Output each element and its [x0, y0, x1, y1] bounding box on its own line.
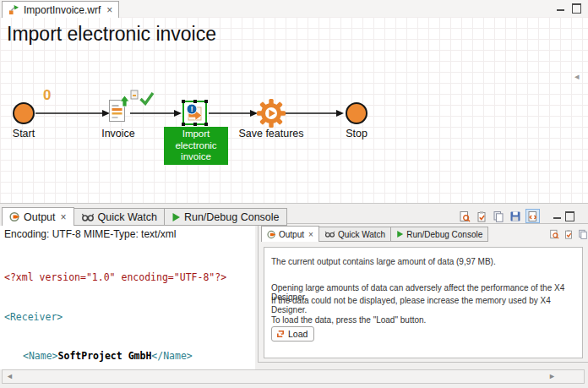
reload-icon — [276, 330, 285, 338]
xml-value: SoftProject GmbH — [58, 350, 152, 362]
load-button-label: Load — [288, 329, 308, 339]
scroll-left-icon[interactable]: ◄ — [6, 372, 14, 380]
glasses-icon — [81, 213, 95, 221]
selection-handle[interactable] — [204, 123, 208, 126]
inset-tab-quick-watch[interactable]: Quick Watch — [319, 227, 391, 242]
inset-panel-tabs: Output × Quick Watch Run/Debug Console — [261, 226, 488, 242]
invoice-node-icon[interactable] — [108, 95, 131, 123]
glasses-icon — [324, 231, 335, 238]
selection-handle[interactable] — [193, 100, 197, 103]
tab-run-debug-console[interactable]: Run/Debug Console — [165, 208, 287, 226]
validate-icon[interactable] — [475, 210, 487, 222]
import-node-icon: ! — [184, 102, 205, 123]
editor-window-controls — [557, 3, 581, 14]
inset-tab-output[interactable]: Output × — [261, 226, 319, 242]
svg-text:!: ! — [190, 104, 193, 113]
tab-quick-watch-label: Quick Watch — [98, 211, 157, 223]
save-features-gear-icon[interactable] — [257, 99, 286, 128]
maximize-icon[interactable] — [572, 3, 581, 14]
preview-search-icon[interactable] — [548, 228, 559, 239]
tab-label: ImportInvoice.wrf — [24, 4, 101, 16]
inset-tab-output-label: Output — [279, 230, 304, 239]
validate-icon[interactable] — [563, 228, 574, 239]
validation-check-icon — [139, 91, 155, 106]
scroll-right-icon[interactable]: ► — [548, 372, 556, 380]
output-icon — [267, 230, 276, 239]
connection-counter: 0 — [43, 87, 51, 104]
selection-handle[interactable] — [204, 100, 208, 103]
large-data-message-box: The current output contains large amount… — [264, 247, 583, 358]
output-panel: Output × Quick Watch Run/Debug Console — [0, 203, 588, 388]
import-label-line: electronic — [164, 140, 228, 152]
load-button[interactable]: Load — [271, 326, 314, 342]
page-title: Import electronic invoice — [7, 23, 216, 46]
panel-maximize-icon[interactable] — [565, 211, 574, 221]
start-node-label: Start — [0, 128, 47, 139]
stop-node[interactable] — [346, 102, 368, 124]
message-memory-line: If the data could not be displayed, plea… — [271, 296, 582, 314]
horizontal-scrollbar[interactable]: ◄ ► — [2, 369, 585, 384]
output-panel-tabs: Output × Quick Watch Run/Debug Console — [2, 207, 287, 226]
inset-output-panel: Output × Quick Watch Run/Debug Console — [258, 223, 588, 363]
tab-close-icon[interactable]: × — [106, 4, 112, 16]
palette-collapse-icon[interactable]: ◂ — [574, 71, 580, 82]
workflow-canvas[interactable]: Import electronic invoice 0 — [0, 17, 588, 203]
xml-line: <?xml version="1.0" encoding="UTF-8"?> — [4, 271, 226, 285]
output-toolbar — [458, 209, 574, 223]
save-icon[interactable] — [509, 210, 521, 222]
tab-quick-watch[interactable]: Quick Watch — [74, 208, 165, 226]
start-node[interactable] — [13, 102, 35, 124]
output-icon — [9, 211, 20, 222]
editor-tab-bar: ImportInvoice.wrf × — [0, 0, 588, 18]
stop-node-label: Stop — [333, 128, 380, 139]
tab-output[interactable]: Output × — [2, 207, 74, 226]
inset-tab-run-debug[interactable]: Run/Debug Console — [391, 227, 488, 242]
tab-close-icon[interactable]: × — [61, 211, 67, 223]
tab-importinvoice-wrf[interactable]: ImportInvoice.wrf × — [2, 1, 119, 18]
play-icon — [172, 212, 181, 222]
message-size-line: The current output contains large amount… — [271, 257, 496, 266]
xml-line: <Receiver> — [4, 311, 226, 325]
selection-handle[interactable] — [193, 123, 197, 126]
view-source-icon[interactable] — [525, 209, 540, 223]
selection-handle[interactable] — [182, 123, 185, 126]
save-features-label: Save features — [238, 128, 304, 139]
selection-handle[interactable] — [182, 100, 185, 103]
tab-run-debug-label: Run/Debug Console — [184, 211, 280, 223]
workflow-file-icon — [8, 4, 19, 15]
xml-open-tag: <Name> — [23, 350, 58, 362]
xml-line: <Name>SoftProject GmbH</Name> — [4, 350, 226, 363]
encoding-status: Encoding: UTF-8 MIME-Type: text/xml — [4, 228, 176, 240]
message-load-hint-line: To load the data, press the "Load" butto… — [271, 315, 426, 325]
xml-content: <?xml version="1.0" encoding="UTF-8"?> <… — [4, 245, 226, 388]
inset-tab-quick-watch-label: Quick Watch — [338, 230, 385, 239]
invoice-node-label: Invoice — [95, 128, 142, 139]
copy-icon[interactable] — [577, 228, 588, 239]
import-node-label: Import electronic invoice — [164, 127, 228, 165]
copy-icon[interactable] — [492, 210, 504, 222]
panel-minimize-icon[interactable] — [553, 217, 561, 219]
inset-toolbar — [548, 228, 588, 239]
inset-tab-run-debug-label: Run/Debug Console — [406, 230, 482, 239]
minimize-icon[interactable] — [557, 9, 564, 11]
preview-search-icon[interactable] — [458, 210, 471, 222]
xml-close-tag: </Name> — [151, 350, 192, 362]
invoice-badge-doc-icon — [130, 90, 139, 100]
play-icon — [396, 230, 404, 238]
xml-output-view[interactable]: Encoding: UTF-8 MIME-Type: text/xml <?xm… — [0, 226, 255, 369]
tab-close-icon[interactable]: × — [308, 230, 313, 239]
import-label-line: invoice — [164, 151, 228, 163]
tab-output-label: Output — [24, 211, 56, 223]
import-node-selected[interactable]: ! — [182, 101, 207, 125]
import-label-line: Import — [164, 128, 228, 140]
